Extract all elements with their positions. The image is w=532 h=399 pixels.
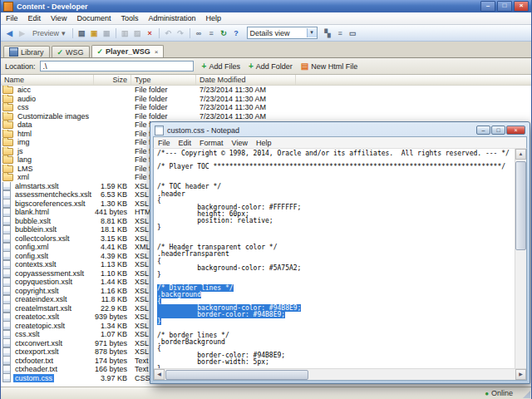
scroll-up-icon[interactable]: ▲	[515, 149, 526, 160]
code-line[interactable]: .borderBackground	[157, 339, 515, 346]
tab-player_wsg[interactable]: ✓Player_WSG×	[91, 45, 165, 57]
add-files-button[interactable]: +Add Files	[198, 62, 244, 71]
scrollbar-thumb[interactable]	[165, 370, 308, 380]
text-run: .borderBackground	[157, 338, 225, 346]
resize-grip[interactable]	[523, 391, 530, 398]
preview-dropdown[interactable]: Preview ▾	[28, 29, 70, 37]
new-document-icon[interactable]: ▤	[76, 27, 88, 39]
file-size	[94, 103, 131, 112]
notepad-menu-view[interactable]: View	[228, 139, 252, 147]
column-header-size[interactable]: Size	[94, 75, 131, 85]
location-input[interactable]	[40, 61, 194, 71]
copy-icon[interactable]: ▥	[119, 27, 131, 39]
folder-icon	[2, 165, 13, 173]
menu-view[interactable]: View	[46, 14, 71, 22]
undo-icon[interactable]: ↶	[162, 27, 175, 39]
column-header-name[interactable]: Name	[1, 75, 94, 85]
code-line[interactable]: .header	[157, 191, 515, 198]
menu-help[interactable]: Help	[200, 14, 226, 22]
folder-icon	[2, 121, 13, 129]
code-line[interactable]: background-color: #5A75A2;	[157, 265, 515, 272]
developer-window: Content - Developer – □ × FileEditViewDo…	[0, 0, 532, 399]
paste-icon[interactable]: ▨	[131, 27, 144, 39]
code-line[interactable]: border-width: 5px;	[157, 359, 515, 366]
notepad-menu-format[interactable]: Format	[195, 139, 228, 147]
open-folder-icon[interactable]: ▣	[88, 27, 101, 39]
maximize-button[interactable]: □	[497, 1, 512, 12]
table-row[interactable]: cssFile folder7/23/2014 11:30 AM	[1, 103, 531, 112]
file-size	[94, 138, 131, 147]
window-layout-icon[interactable]: ▭	[347, 27, 359, 39]
table-row[interactable]: audioFile folder7/23/2014 11:30 AM	[1, 95, 531, 104]
tab-close-icon[interactable]: ×	[155, 48, 159, 56]
vertical-scrollbar[interactable]: ▲	[515, 149, 526, 368]
code-line[interactable]: /* TOC header */	[157, 184, 515, 190]
column-header-date-modified[interactable]: Date Modified	[196, 75, 296, 85]
code-line[interactable]: /* Player TOC **************************…	[157, 164, 515, 170]
notepad-text[interactable]: /*--- Copyright © 1998, 2014, Oracle and…	[154, 149, 515, 368]
code-line[interactable]: .headerTransparent	[157, 251, 515, 258]
notepad-menu-file[interactable]: File	[154, 139, 175, 147]
forward-icon[interactable]: ▶	[16, 27, 28, 39]
minimize-button[interactable]: –	[480, 1, 495, 12]
delete-icon[interactable]: ×	[144, 27, 156, 39]
view-mode-select[interactable]: Details view ▾	[247, 27, 318, 39]
tab-wsg[interactable]: ✓WSG	[52, 46, 90, 57]
save-icon[interactable]: ▦	[101, 27, 113, 39]
table-row[interactable]: Customizable imagesFile folder7/23/2014 …	[1, 112, 531, 121]
code-line[interactable]: /*--- Copyright © 1998, 2014, Oracle and…	[157, 150, 515, 157]
close-button[interactable]: ×	[514, 1, 529, 12]
name-cell: contexts.xslt	[1, 260, 94, 269]
code-line[interactable]: position: relative;	[157, 218, 515, 224]
table-row[interactable]: aiccFile folder7/23/2014 11:30 AM	[1, 86, 531, 95]
scroll-left-icon[interactable]: ◀	[154, 369, 165, 380]
close-button[interactable]: ×	[506, 126, 525, 135]
code-line[interactable]: }	[157, 272, 515, 278]
file-icon	[2, 208, 11, 217]
link-icon[interactable]: ∞	[193, 27, 205, 39]
name-cell: assessmentchecks.xslt	[1, 190, 94, 200]
redo-icon[interactable]: ↷	[175, 27, 187, 39]
add-folder-button[interactable]: +Add Folder	[244, 62, 297, 71]
code-line[interactable]: }	[157, 224, 515, 231]
notepad-menu-help[interactable]: Help	[252, 139, 276, 147]
text-run: background-color: #5A75A2;	[157, 264, 301, 272]
menu-tools[interactable]: Tools	[116, 14, 143, 22]
folder-icon	[2, 174, 13, 181]
scrollbar-thumb[interactable]	[515, 161, 526, 250]
file-icon	[2, 234, 11, 244]
name-cell: css	[1, 103, 94, 112]
tiles-view-icon[interactable]: ▚	[322, 27, 334, 39]
help-icon[interactable]: ?	[230, 27, 243, 39]
notepad-title-bar[interactable]: custom.css - Notepad – □ ×	[153, 124, 527, 136]
menu-administration[interactable]: Administration	[143, 14, 200, 22]
name-cell: almstarts.xslt	[1, 182, 94, 191]
code-line[interactable]: }	[157, 318, 515, 325]
horizontal-scrollbar[interactable]: ◀ ▶	[154, 368, 526, 380]
maximize-button[interactable]: □	[491, 126, 505, 135]
file-size: 1.13 KB	[94, 260, 131, 269]
menu-file[interactable]: File	[1, 14, 23, 22]
file-list-header: NameSizeTypeDate Modified	[1, 75, 531, 86]
column-header-type[interactable]: Type	[131, 75, 196, 85]
code-line[interactable]: /* Divider lines */	[157, 285, 515, 292]
refresh-icon[interactable]: ↻	[218, 27, 230, 39]
minimize-button[interactable]: –	[476, 126, 490, 135]
scroll-right-icon[interactable]: ▶	[515, 369, 526, 380]
name-cell: js	[1, 147, 94, 156]
tab-library[interactable]: Library	[3, 46, 50, 57]
back-icon[interactable]: ◀	[3, 27, 16, 39]
file-name: bigscoreferences.xslt	[13, 200, 87, 209]
code-line[interactable]: border-color: #94B8E9;	[157, 312, 515, 318]
code-line[interactable]	[157, 231, 515, 238]
properties-icon[interactable]: ≡	[205, 27, 218, 39]
list-view-icon[interactable]: ≡	[334, 27, 347, 39]
menu-edit[interactable]: Edit	[23, 14, 47, 22]
notepad-menu-edit[interactable]: Edit	[175, 139, 196, 147]
menu-document[interactable]: Document	[71, 14, 116, 22]
code-line[interactable]: .background	[157, 292, 515, 298]
notepad-body: /*--- Copyright © 1998, 2014, Oracle and…	[153, 149, 527, 381]
code-line[interactable]	[157, 170, 515, 177]
name-cell: ctxexport.xslt	[1, 347, 94, 357]
new-html-file-button[interactable]: ▤New Html File	[297, 62, 362, 71]
